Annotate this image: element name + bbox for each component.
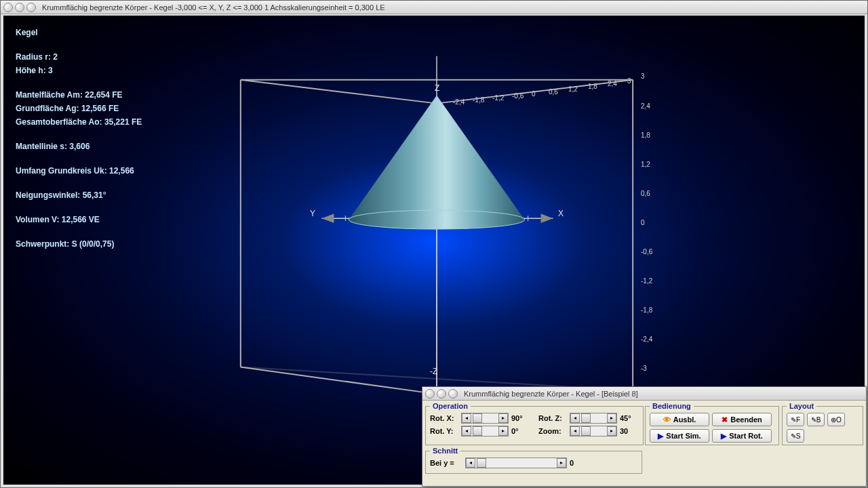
arrow-left-icon[interactable]: ◂ [462,413,471,423]
top-tick: 2,4 [608,80,617,87]
schnitt-slider[interactable]: ◂ ▸ [465,458,567,468]
layout-legend: Layout [787,402,816,410]
top-tick: 0,6 [549,88,558,96]
schnitt-legend: Schnitt [430,447,460,455]
window-button-3[interactable] [26,3,36,12]
right-tick: -0,6 [641,248,652,256]
axis-y-label: Y [310,209,315,218]
top-tick: -1,8 [473,96,484,104]
operation-legend: Operation [430,402,471,410]
eye-icon: 👁 [663,415,671,424]
rotz-slider[interactable]: ◂ ▸ [570,413,617,424]
top-tick: 0 [532,90,536,98]
bedienung-legend: Bedienung [650,402,694,410]
play-icon: ▶ [658,432,663,441]
window-button-1[interactable] [425,389,435,399]
right-tick: 0 [641,219,645,226]
bedienung-group: Bedienung 👁Ausbl. ✖Beenden ▶Start Sim. ▶… [645,402,779,445]
svg-marker-12 [321,214,334,223]
arrow-left-icon[interactable]: ◂ [466,458,475,468]
arrow-right-icon[interactable]: ▸ [557,458,566,468]
main-titlebar[interactable]: Krummflächig begrenzte Körper - Kegel -3… [1,1,867,14]
svg-marker-11 [541,214,553,223]
window-button-2[interactable] [437,389,446,399]
ausblenden-button[interactable]: 👁Ausbl. [650,413,709,426]
layout-f-button[interactable]: ✎F [787,413,804,426]
arrow-left-icon[interactable]: ◂ [570,413,580,423]
right-tick: -1,8 [641,306,652,314]
layout-group: Layout ✎F ✎B ⊕O ✎S [782,402,863,445]
roty-slider[interactable]: ◂ ▸ [461,426,509,436]
arrow-left-icon[interactable]: ◂ [462,426,471,436]
schnitt-label: Bei y = [430,459,462,467]
layout-o-button[interactable]: ⊕O [827,413,845,426]
top-tick: 3 [627,77,631,85]
right-tick: 1,2 [641,161,650,168]
roty-label: Rot. Y: [430,427,458,435]
arrow-right-icon[interactable]: ▸ [607,413,616,423]
operation-group: Operation Rot. X: ◂ ▸ 90° Rot. Z: ◂ ▸ 45… [425,402,644,445]
rotx-slider[interactable]: ◂ ▸ [461,413,509,424]
right-tick: 2,4 [641,102,650,110]
rotz-label: Rot. Z: [538,414,567,422]
top-tick: -0,6 [512,92,524,100]
right-tick: 0,6 [641,190,650,197]
window-button-3[interactable] [448,389,458,399]
close-icon: ✖ [722,415,728,424]
svg-line-2 [241,80,437,104]
start-sim-button[interactable]: ▶Start Sim. [650,429,709,443]
arrow-right-icon[interactable]: ▸ [607,426,616,436]
control-title: Krummflächig begrenzte Körper - Kegel - … [464,390,638,398]
arrow-right-icon[interactable]: ▸ [498,413,508,423]
top-tick: -1,2 [492,94,504,102]
rotx-value: 90° [511,414,530,422]
right-tick: 1,8 [641,131,650,139]
axis-z-label: Z [435,83,439,93]
arrow-left-icon[interactable]: ◂ [570,426,580,436]
play-icon: ▶ [721,432,726,441]
window-button-2[interactable] [15,3,24,12]
right-tick: -3 [641,365,647,372]
layout-b-button[interactable]: ✎B [807,413,825,426]
main-title: Krummflächig begrenzte Körper - Kegel -3… [42,3,385,12]
right-tick: -1,2 [641,277,652,285]
control-window[interactable]: Krummflächig begrenzte Körper - Kegel - … [422,386,867,487]
start-rot-button[interactable]: ▶Start Rot. [712,429,772,443]
zoom-label: Zoom: [538,427,567,435]
schnitt-group: Schnitt Bei y = ◂ ▸ 0 [425,447,642,474]
axis-x-label: X [558,209,564,218]
layout-s-button[interactable]: ✎S [787,429,804,443]
roty-value: 0° [511,427,530,435]
control-titlebar[interactable]: Krummflächig begrenzte Körper - Kegel - … [422,387,866,401]
zoom-slider[interactable]: ◂ ▸ [570,426,617,436]
schnitt-value: 0 [570,459,589,467]
window-button-1[interactable] [3,3,13,12]
rotz-value: 45° [620,414,639,422]
zoom-value: 30 [620,427,639,435]
arrow-right-icon[interactable]: ▸ [498,426,508,436]
rotx-label: Rot. X: [430,414,458,422]
top-tick: -2,4 [453,98,465,106]
top-tick: 1,8 [588,83,597,90]
right-tick: -2,4 [641,336,652,343]
beenden-button[interactable]: ✖Beenden [712,413,772,426]
right-tick: 3 [641,73,645,80]
axis-zneg-label: -Z [430,367,437,376]
top-tick: 1,2 [568,85,578,93]
svg-line-6 [241,367,437,394]
